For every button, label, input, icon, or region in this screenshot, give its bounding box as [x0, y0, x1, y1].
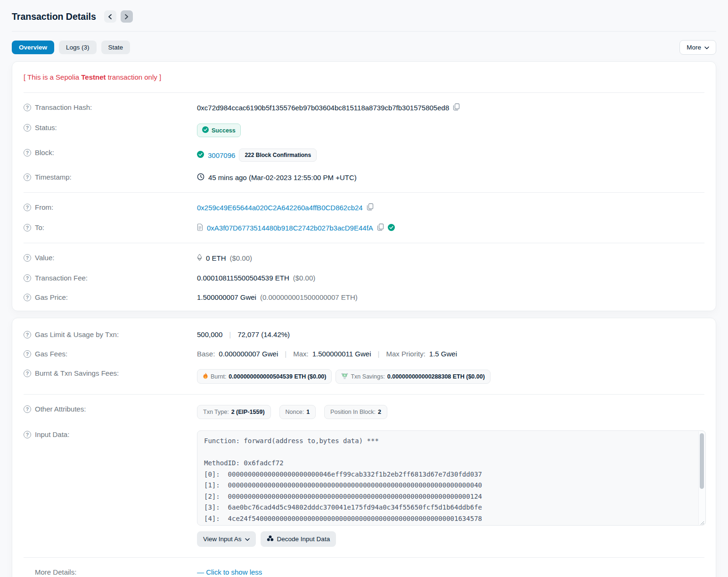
value-row: ? Value: 0 ETH ($0.00) — [24, 248, 704, 268]
burnt-badge: Burnt: 0.000000000000504539 ETH ($0.00) — [197, 369, 332, 384]
help-icon[interactable]: ? — [24, 204, 31, 211]
divider — [24, 243, 704, 243]
help-icon[interactable]: ? — [24, 149, 31, 157]
verified-check-icon — [388, 224, 395, 232]
gas-limit-label: Gas Limit & Usage by Txn: — [35, 330, 119, 338]
help-icon[interactable]: ? — [24, 405, 31, 413]
help-icon[interactable]: ? — [24, 431, 31, 438]
details-card: ? Gas Limit & Usage by Txn: 500,000 | 72… — [12, 318, 716, 577]
view-input-as-button[interactable]: View Input As — [197, 531, 256, 547]
input-data-label: Input Data: — [35, 430, 69, 438]
transaction-fee-amount: 0.000108115500504539 ETH — [197, 274, 289, 282]
block-number-link[interactable]: 3007096 — [208, 151, 235, 159]
view-input-as-label: View Input As — [203, 536, 242, 543]
divider — [24, 192, 704, 193]
help-icon[interactable]: ? — [24, 370, 31, 377]
position-in-block-label: Position In Block: — [330, 409, 376, 415]
gas-fees-label: Gas Fees: — [35, 350, 67, 358]
from-address-link[interactable]: 0x259c49E65644a020C2A642260a4ffB0CD862cb… — [197, 204, 363, 212]
previous-transaction-button[interactable] — [104, 10, 116, 23]
contract-file-icon — [197, 223, 203, 232]
divider — [24, 557, 704, 558]
page-header: Transaction Details — [12, 0, 716, 32]
gas-limit-row: ? Gas Limit & Usage by Txn: 500,000 | 72… — [24, 322, 704, 344]
txn-type-value: 2 (EIP-1559) — [231, 409, 265, 415]
divider — [24, 92, 704, 93]
txn-savings-badge: Txn Savings: 0.000000000000288308 ETH ($… — [335, 370, 490, 384]
timestamp-label: Timestamp: — [35, 173, 72, 181]
resize-handle[interactable] — [699, 519, 704, 524]
help-icon[interactable]: ? — [24, 124, 31, 132]
gas-limit-value: 500,000 — [197, 330, 222, 338]
decode-input-data-button[interactable]: Decode Input Data — [261, 531, 336, 547]
value-label: Value: — [35, 254, 54, 262]
more-details-row: More Details: — Click to show less — [24, 562, 704, 577]
max-priority-value: 1.5 Gwei — [429, 350, 457, 358]
chevron-left-icon — [108, 14, 112, 19]
input-data-line: [2]: 00000000000000000000000000000000000… — [204, 491, 693, 503]
notice-bold: Testnet — [81, 73, 106, 81]
help-icon[interactable]: ? — [24, 173, 31, 181]
transaction-hash-row: ? Transaction Hash: 0xc72d984ccac6190b5f… — [24, 98, 704, 118]
tab-overview[interactable]: Overview — [12, 41, 54, 54]
separator: | — [378, 350, 380, 358]
copy-to-address-button[interactable] — [377, 223, 384, 232]
gas-price-row: ? Gas Price: 1.500000007 Gwei (0.0000000… — [24, 288, 704, 307]
other-attributes-row: ? Other Attributes: Txn Type: 2 (EIP-155… — [24, 399, 704, 425]
base-fee-label: Base: — [197, 350, 215, 358]
input-scrollbar-track[interactable] — [698, 431, 705, 525]
input-data-line: [0]: 00000000000000000000000046eff99cab3… — [204, 469, 693, 480]
input-data-box[interactable]: Function: forward(address to,bytes data)… — [197, 430, 706, 526]
help-icon[interactable]: ? — [24, 331, 31, 338]
status-badge: Success — [197, 124, 241, 137]
transaction-hash-label: Transaction Hash: — [35, 103, 92, 111]
value-usd: ($0.00) — [230, 254, 253, 262]
copy-from-address-button[interactable] — [367, 203, 374, 212]
chevron-down-icon — [704, 44, 709, 51]
help-icon[interactable]: ? — [24, 224, 31, 231]
page-title: Transaction Details — [12, 11, 96, 22]
txn-type-pill: Txn Type: 2 (EIP-1559) — [197, 405, 271, 419]
input-data-line: [3]: 6ae0bc76cad4d5c94802dddc370041e175f… — [204, 502, 693, 513]
next-transaction-button[interactable] — [121, 10, 133, 23]
nonce-value: 1 — [306, 409, 310, 415]
help-icon[interactable]: ? — [24, 274, 31, 282]
status-row: ? Status: Success — [24, 118, 704, 143]
status-label: Status: — [35, 124, 57, 132]
ethereum-icon — [197, 254, 202, 263]
max-priority-label: Max Priority: — [386, 350, 425, 358]
input-data-line: [4]: 4ce24f54000000000000000000000000000… — [204, 513, 693, 525]
divider — [24, 394, 704, 395]
chevron-down-icon — [245, 536, 250, 543]
separator: | — [285, 350, 286, 358]
help-icon[interactable]: ? — [24, 294, 31, 301]
notice-prefix: [ This is a Sepolia — [24, 73, 81, 81]
gas-usage-value: 72,077 (14.42%) — [237, 330, 290, 338]
status-badge-label: Success — [212, 127, 236, 134]
show-less-link[interactable]: — Click to show less — [197, 568, 262, 576]
more-dropdown-button[interactable]: More — [679, 40, 716, 55]
txn-savings-value: 0.000000000000288308 ETH ($0.00) — [387, 373, 485, 380]
burnt-fees-label: Burnt & Txn Savings Fees: — [35, 369, 119, 377]
block-confirmations-badge: 222 Block Confirmations — [239, 148, 317, 162]
nonce-label: Nonce: — [286, 409, 304, 415]
help-icon[interactable]: ? — [24, 254, 31, 262]
transaction-fee-label: Transaction Fee: — [35, 274, 88, 282]
help-icon[interactable]: ? — [24, 350, 31, 358]
copy-hash-button[interactable] — [453, 103, 460, 112]
max-fee-value: 1.500000011 Gwei — [312, 350, 371, 358]
tab-state[interactable]: State — [101, 41, 131, 54]
to-address-link[interactable]: 0xA3f07D6773514480b918C2742b027b3acD9E44… — [207, 224, 373, 232]
value-amount: 0 ETH — [206, 254, 226, 262]
input-data-line: [5]: 543e0000000000000000000000000000000… — [204, 524, 693, 526]
notice-suffix: transaction only ] — [106, 73, 162, 81]
copy-icon — [367, 203, 374, 212]
input-scrollbar-thumb[interactable] — [700, 433, 704, 489]
txn-type-label: Txn Type: — [203, 409, 229, 415]
overview-card: [ This is a Sepolia Testnet transaction … — [12, 61, 716, 311]
help-icon[interactable]: ? — [24, 104, 31, 111]
input-data-line: Function: forward(address to,bytes data)… — [204, 436, 693, 447]
testnet-notice: [ This is a Sepolia Testnet transaction … — [24, 66, 704, 88]
burnt-label: Burnt: — [211, 373, 226, 380]
tab-logs[interactable]: Logs (3) — [59, 41, 97, 54]
